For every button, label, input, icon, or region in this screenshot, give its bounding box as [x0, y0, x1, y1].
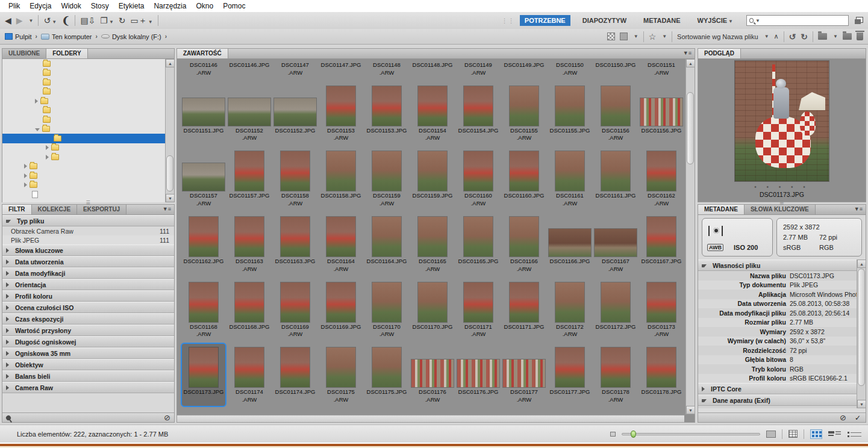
thumbnail-image[interactable]: [647, 282, 676, 322]
view-list-button[interactable]: [848, 431, 862, 438]
tree-row[interactable]: [2, 162, 174, 172]
thumbnail-cell[interactable]: DSC01171.JPG: [501, 278, 547, 342]
filter-section-czas-ekspozycji[interactable]: Czas ekspozycji: [2, 313, 174, 325]
thumbnail-image[interactable]: [274, 98, 316, 126]
tree-expand-right-icon[interactable]: [24, 173, 27, 178]
thumbnail-image[interactable]: [555, 86, 584, 126]
open-recent-folder-button[interactable]: [818, 33, 827, 40]
slider-knob[interactable]: [631, 431, 636, 438]
thumbnail-image[interactable]: [372, 217, 401, 257]
thumbnail-image[interactable]: [326, 282, 355, 322]
open-in-camera-raw-button[interactable]: ❐▼: [100, 16, 113, 25]
thumbnail-cell[interactable]: DSC01173.ARW: [639, 278, 684, 342]
thumbnail-image[interactable]: [189, 282, 218, 322]
thumbnail-cell[interactable]: DSC01153.JPG: [364, 81, 410, 146]
breadcrumb-item[interactable]: Pulpit: [5, 33, 32, 40]
menu-item-pomoc[interactable]: Pomoc: [218, 1, 250, 11]
scroll-down-icon[interactable]: ▼: [686, 406, 695, 414]
compact-mode-button[interactable]: [855, 17, 863, 24]
tree-expand-right-icon[interactable]: [35, 99, 38, 104]
tree-row[interactable]: [2, 125, 174, 134]
workspace-tab-metadane[interactable]: METADANE: [639, 15, 685, 26]
thumbnail-cell[interactable]: DSC01176.JPG: [455, 343, 501, 407]
tree-row[interactable]: [2, 152, 174, 162]
thumbnail-cell[interactable]: DSC01166.JPG: [547, 212, 593, 276]
smaller-thumbnails-icon[interactable]: [610, 432, 616, 437]
thumbnail-cell[interactable]: DSC01174.JPG: [272, 343, 318, 407]
open-folder-dropdown-icon[interactable]: ▼: [833, 34, 838, 39]
menu-item-widok[interactable]: Widok: [56, 1, 86, 11]
metadata-scrollbar[interactable]: ▲ ▼: [857, 260, 866, 408]
tree-row[interactable]: [2, 171, 174, 181]
workspace-tab-diapozytyw[interactable]: DIAPOZYTYW: [578, 15, 631, 26]
breadcrumb-item[interactable]: Ten komputer: [41, 33, 92, 40]
thumbnail-image[interactable]: [601, 86, 630, 126]
thumbnail-image[interactable]: [418, 86, 447, 126]
expand-icon[interactable]: [702, 387, 705, 391]
thumbnail-cell[interactable]: DSC01163.JPG: [272, 212, 318, 276]
sort-ascending-icon[interactable]: ∧: [774, 33, 779, 40]
scroll-down-icon[interactable]: ▼: [857, 400, 866, 408]
thumbnail-cell[interactable]: DSC01174.ARW: [226, 343, 272, 407]
cancel-metadata-icon[interactable]: ⊘: [840, 413, 846, 422]
thumbnail-cell[interactable]: DSC01155.ARW: [501, 81, 547, 146]
filter-section-długość-ogniskowej[interactable]: Długość ogniskowej: [2, 336, 174, 347]
thumbnail-size-slider[interactable]: [622, 433, 760, 435]
filter-rating-star-icon[interactable]: ☆: [649, 32, 657, 42]
rotate-ccw-button[interactable]: ↺: [789, 32, 796, 42]
filter-section-ogniskowa-35-mm[interactable]: Ogniskowa 35 mm: [2, 347, 174, 359]
thumbnail-cell[interactable]: DSC01159.JPG: [410, 146, 455, 211]
tree-row[interactable]: [2, 181, 174, 190]
menu-item-okno[interactable]: Okno: [191, 1, 218, 11]
thumbnail-cell[interactable]: DSC01168.JPG: [226, 278, 272, 342]
thumbnail-image[interactable]: [555, 151, 584, 191]
metadata-value[interactable]: 8: [790, 356, 793, 363]
thumbnail-image[interactable]: [457, 359, 499, 387]
expand-icon[interactable]: [6, 260, 9, 264]
thumbnail-cell[interactable]: DSC01154.ARW: [410, 81, 455, 146]
thumbnail-image[interactable]: [510, 86, 539, 126]
thumbnail-image[interactable]: [189, 347, 218, 387]
tab-słowa-kluczowe[interactable]: SŁOWA KLUCZOWE: [745, 205, 816, 214]
thumbnail-image[interactable]: [281, 347, 310, 387]
thumbnail-image[interactable]: [647, 217, 676, 257]
thumbnail-cell[interactable]: DSC01149.JPG: [501, 59, 547, 80]
thumbnail-image[interactable]: [372, 151, 401, 191]
thumbnail-cell[interactable]: DSC01177.JPG: [547, 343, 593, 407]
thumbnail-cell[interactable]: DSC01150.JPG: [593, 59, 639, 80]
thumbnail-cell[interactable]: DSC01167.JPG: [639, 212, 684, 276]
thumbnail-cell[interactable]: DSC01157.ARW: [181, 146, 226, 211]
expand-icon[interactable]: [6, 271, 9, 276]
expand-icon[interactable]: [6, 282, 9, 287]
expand-icon[interactable]: [6, 317, 9, 322]
thumbnail-cell[interactable]: DSC01161.ARW: [547, 146, 593, 211]
thumbnail-cell[interactable]: DSC01160.JPG: [501, 146, 547, 211]
clear-filter-icon[interactable]: ⊘: [164, 413, 170, 422]
thumbnail-cell[interactable]: DSC01160.ARW: [455, 146, 501, 211]
refresh-button[interactable]: ↻: [119, 16, 126, 25]
thumbnail-image[interactable]: [549, 229, 591, 257]
tree-row[interactable]: [2, 143, 174, 153]
thumbnail-image[interactable]: [601, 347, 630, 387]
thumbnail-cell-selected[interactable]: DSC01173.JPG: [181, 343, 226, 407]
metadata-value[interactable]: 25.08.2013, 00:58:38: [790, 300, 849, 307]
tree-row[interactable]: [2, 106, 174, 116]
scroll-thumb[interactable]: [166, 155, 173, 191]
thumbnail-image[interactable]: [281, 282, 310, 322]
thumbnail-cell[interactable]: DSC01154.JPG: [455, 81, 501, 146]
thumbnail-image[interactable]: [647, 347, 676, 387]
scroll-up-icon[interactable]: ▲: [857, 260, 866, 268]
thumbnail-cell[interactable]: DSC01175.JPG: [364, 343, 410, 407]
thumbnail-image[interactable]: [555, 347, 584, 387]
history-dropdown-icon[interactable]: ▼: [29, 18, 34, 23]
thumbnail-cell[interactable]: DSC01169.JPG: [318, 278, 364, 342]
metadata-value[interactable]: RGB: [790, 366, 804, 373]
thumbnail-image[interactable]: [510, 282, 539, 322]
keep-filter-pin-icon[interactable]: [5, 414, 11, 421]
thumbnail-image[interactable]: [326, 217, 355, 257]
metadata-section-dane-aparatu-exif-[interactable]: Dane aparatu (Exif): [698, 394, 857, 406]
lock-grid-icon[interactable]: [788, 430, 798, 438]
thumbnail-cell[interactable]: DSC01178.JPG: [639, 343, 684, 407]
thumbnail-cell[interactable]: DSC01165.ARW: [410, 212, 455, 276]
search-scope-dropdown-icon[interactable]: ▼: [755, 18, 760, 23]
